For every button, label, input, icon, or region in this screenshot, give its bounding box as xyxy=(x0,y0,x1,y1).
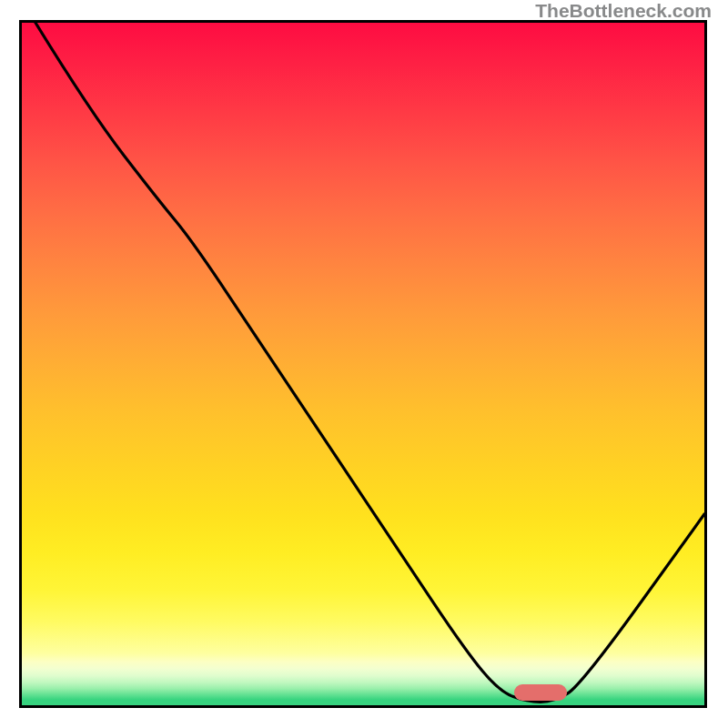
plot-frame xyxy=(19,20,707,708)
gradient-main xyxy=(22,23,704,653)
optimal-marker-pill xyxy=(514,684,567,701)
green-strip xyxy=(22,700,704,705)
watermark-text: TheBottleneck.com xyxy=(535,0,712,22)
chart-root: TheBottleneck.com xyxy=(0,0,728,728)
gradient-bottom xyxy=(22,653,704,700)
